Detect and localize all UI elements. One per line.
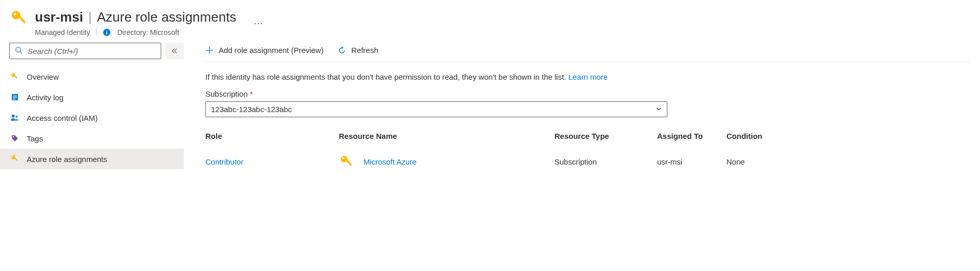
plus-icon — [205, 46, 214, 55]
svg-point-10 — [12, 74, 13, 75]
svg-rect-14 — [13, 96, 17, 96]
svg-rect-15 — [13, 97, 17, 98]
svg-rect-16 — [13, 99, 15, 99]
page-title: usr-msi | Azure role assignments — [35, 9, 236, 25]
refresh-icon — [338, 46, 346, 55]
title-separator: | — [88, 9, 92, 25]
header-subtitle: Managed Identity i Directory: Microsoft — [35, 28, 236, 37]
directory-value: Microsoft — [150, 28, 179, 37]
key-icon — [10, 154, 20, 164]
page-title-text: Azure role assignments — [97, 9, 237, 25]
search-icon — [15, 46, 23, 56]
svg-line-8 — [20, 51, 22, 53]
search-input[interactable] — [28, 47, 156, 56]
note-text: If this identity has role assignments th… — [205, 73, 566, 81]
toolbar-button-label: Refresh — [351, 46, 378, 55]
more-actions-button[interactable]: ⋯ — [254, 17, 264, 29]
svg-text:i: i — [106, 29, 108, 35]
sidebar-item-activity-log[interactable]: Activity log — [0, 87, 184, 107]
subtitle-divider — [96, 28, 97, 37]
sidebar-item-label: Azure role assignments — [27, 155, 107, 164]
main-content: Add role assignment (Preview) Refresh If… — [184, 43, 980, 188]
col-header-role[interactable]: Role — [205, 132, 339, 140]
directory-label: Directory: — [117, 28, 148, 37]
svg-rect-11 — [14, 76, 17, 79]
required-indicator: * — [250, 89, 253, 98]
activity-log-icon — [10, 93, 20, 102]
collapse-sidebar-button[interactable] — [165, 43, 184, 59]
table-header-row: Role Resource Name Resource Type Assigne… — [205, 127, 970, 146]
subscription-dropdown[interactable]: 123abc-123abc-123abc — [205, 101, 667, 117]
key-icon — [10, 72, 20, 81]
svg-point-21 — [12, 156, 13, 157]
refresh-button[interactable]: Refresh — [338, 46, 378, 55]
resource-type-cell: Subscription — [554, 157, 657, 166]
sidebar-item-label: Activity log — [27, 93, 64, 102]
sidebar-item-azure-role-assignments[interactable]: Azure role assignments — [0, 149, 184, 169]
resource-type-label: Managed Identity — [35, 28, 90, 37]
search-input-wrapper[interactable] — [9, 43, 161, 59]
resource-name: usr-msi — [35, 9, 83, 25]
col-header-resource-name[interactable]: Resource Name — [339, 132, 554, 140]
permission-note: If this identity has role assignments th… — [205, 62, 970, 89]
sidebar-item-overview[interactable]: Overview — [0, 66, 184, 87]
svg-point-27 — [342, 157, 344, 159]
col-header-condition[interactable]: Condition — [726, 132, 788, 140]
access-control-icon — [10, 113, 20, 122]
table-row: Contributor Microsoft Azure Subscription… — [205, 146, 970, 177]
toolbar-button-label: Add role assignment (Preview) — [219, 46, 323, 55]
page-header: usr-msi | Azure role assignments Managed… — [0, 0, 980, 43]
sidebar: Overview Activity log Access control (IA… — [0, 43, 184, 188]
subscription-field: Subscription * 123abc-123abc-123abc — [205, 89, 970, 117]
role-assignments-table: Role Resource Name Resource Type Assigne… — [205, 127, 970, 177]
sidebar-item-label: Access control (IAM) — [27, 114, 98, 122]
svg-point-1 — [14, 13, 16, 15]
toolbar: Add role assignment (Preview) Refresh — [205, 43, 970, 62]
add-role-assignment-button[interactable]: Add role assignment (Preview) — [205, 46, 323, 55]
key-icon — [10, 9, 28, 27]
resource-name-cell: Microsoft Azure — [339, 154, 554, 169]
sidebar-item-tags[interactable]: Tags — [0, 128, 184, 149]
svg-point-18 — [15, 116, 18, 118]
subscription-selected-value: 123abc-123abc-123abc — [211, 105, 292, 114]
col-header-resource-type[interactable]: Resource Type — [554, 132, 657, 140]
svg-point-19 — [13, 136, 14, 137]
sidebar-item-label: Overview — [27, 73, 59, 81]
condition-cell: None — [726, 157, 788, 166]
col-header-assigned-to[interactable]: Assigned To — [657, 132, 726, 140]
sidebar-item-access-control[interactable]: Access control (IAM) — [0, 107, 184, 128]
learn-more-link[interactable]: Learn more — [568, 73, 608, 81]
assigned-to-cell: usr-msi — [657, 157, 726, 166]
sidebar-nav: Overview Activity log Access control (IA… — [0, 63, 184, 169]
svg-point-7 — [16, 47, 21, 52]
subscription-label: Subscription — [205, 89, 248, 98]
chevron-down-icon — [656, 105, 662, 114]
info-icon: i — [103, 28, 111, 37]
role-link[interactable]: Contributor — [205, 157, 339, 166]
resource-name-link[interactable]: Microsoft Azure — [363, 157, 416, 166]
key-icon — [339, 154, 354, 169]
svg-point-17 — [12, 115, 15, 118]
chevron-double-left-icon — [171, 47, 178, 55]
sidebar-item-label: Tags — [27, 134, 43, 143]
tags-icon — [10, 134, 20, 143]
